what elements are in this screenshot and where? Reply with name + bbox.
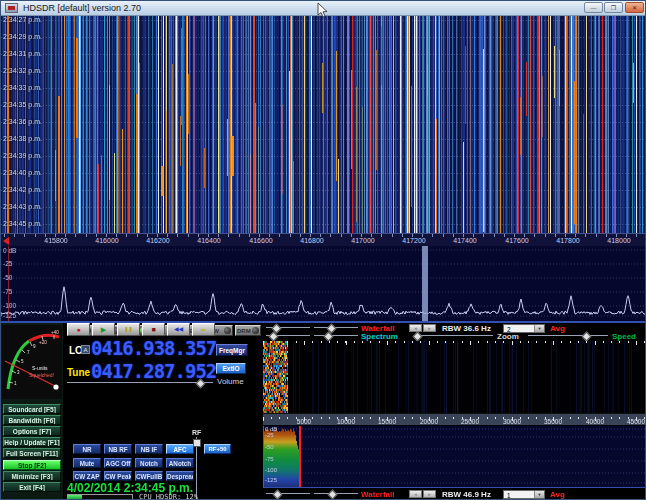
- smeter-tick: 9: [33, 344, 36, 349]
- minimize-button[interactable]: —: [584, 2, 603, 13]
- menu-bandwidth-button[interactable]: Bandwidth [F6]: [3, 415, 61, 425]
- rf-spectrum-display[interactable]: 0 dB -25 -50 -75 -100 -125: [1, 246, 646, 323]
- afc-button[interactable]: AFC: [166, 444, 194, 454]
- af-zoom-slider[interactable]: [415, 332, 493, 339]
- app-icon: [5, 3, 18, 13]
- stop-playback-button[interactable]: ■: [142, 323, 165, 336]
- mute-button[interactable]: Mute: [73, 458, 101, 468]
- rf-spectrum-canvas[interactable]: [1, 246, 646, 321]
- db-label: -50: [3, 274, 12, 281]
- volume-slider[interactable]: [67, 379, 213, 386]
- af-waterfall-contrast-slider[interactable]: [314, 324, 358, 331]
- af-db-label: -25: [265, 432, 274, 438]
- rf-waterfall-canvas[interactable]: [1, 16, 646, 233]
- af-nav-right-button[interactable]: ▸: [423, 324, 436, 332]
- hdsdr-window: HDSDR [default] version 2.70 — ❐ ✕ 2:34:…: [0, 0, 646, 500]
- af-spectrum-label: Spectrum: [361, 332, 398, 341]
- af-spectrum-range-slider[interactable]: [314, 332, 358, 339]
- af-scale-label: 35000: [544, 418, 562, 425]
- notch-button[interactable]: Notch: [135, 458, 163, 468]
- nb-rf-button[interactable]: NB RF: [104, 444, 132, 454]
- maximize-button[interactable]: ❐: [604, 2, 623, 13]
- time-label: 2:34:42 p.m.: [3, 186, 42, 193]
- freq-tick-label: 417800: [556, 237, 579, 244]
- menu-soundcard-button[interactable]: Soundcard [F5]: [3, 404, 61, 414]
- freq-tick-label: 416200: [146, 237, 169, 244]
- time-label: 2:34:33 p.m.: [3, 84, 42, 91]
- time-label: 2:34:32 p.m.: [3, 67, 42, 74]
- af-bottom-nav-right-button[interactable]: ▸: [423, 490, 436, 498]
- lo-frequency-value[interactable]: 0416.938.357: [91, 337, 216, 359]
- rewind-button[interactable]: ◀◀: [167, 323, 190, 336]
- extio-button[interactable]: ExtIO: [216, 363, 246, 374]
- loop-button[interactable]: ∞: [192, 323, 215, 336]
- smeter-tick: 7: [27, 350, 30, 355]
- af-scale-label: 40000: [586, 418, 604, 425]
- af-spectrum-canvas[interactable]: [263, 426, 646, 487]
- af-speed-slider[interactable]: [528, 332, 608, 339]
- left-menu-column: 1 3 5 7 9 +20 +40 S-units Squelched! Sou…: [1, 323, 63, 500]
- mode-button-drm[interactable]: DRM: [235, 325, 261, 336]
- af-waterfall-canvas[interactable]: [263, 341, 646, 413]
- menu-options-button[interactable]: Options [F7]: [3, 426, 61, 436]
- agc-off-button[interactable]: AGC Off: [104, 458, 132, 468]
- nr-button[interactable]: NR: [73, 444, 101, 454]
- cw-peak-button[interactable]: CW Peak: [104, 471, 132, 481]
- af-bottom-contrast-slider[interactable]: [314, 490, 358, 497]
- freq-tick-label: 416600: [249, 237, 272, 244]
- menu-minimize-button[interactable]: Minimize [F3]: [3, 471, 61, 481]
- time-label: 2:34:40 p.m.: [3, 169, 42, 176]
- af-avg-bottom-label: Avg: [550, 490, 565, 499]
- anotch-button[interactable]: ANotch: [166, 458, 194, 468]
- freq-tick-label: 416000: [95, 237, 118, 244]
- af-bottom-brightness-slider[interactable]: [266, 490, 310, 497]
- af-zoom-label: Zoom: [497, 332, 519, 341]
- db-label: -75: [3, 288, 12, 295]
- af-scale-label: 5000: [297, 418, 311, 425]
- pause-button[interactable]: ❚❚: [117, 323, 140, 336]
- menu-fullscreen-button[interactable]: Full Screen [F11]: [3, 448, 61, 458]
- despread-button[interactable]: Despread: [166, 471, 194, 481]
- af-spectrum-baseline: [263, 487, 646, 488]
- chevron-down-icon: ▼: [534, 325, 544, 332]
- af-avg-bottom-select[interactable]: 1▼: [503, 490, 545, 499]
- af-nav-left-button[interactable]: ◂: [409, 324, 422, 332]
- cpu-meter: [67, 494, 133, 500]
- rf-waterfall-display[interactable]: 2:34:27 p.m. 2:34:29 p.m. 2:34:31 p.m. 2…: [1, 16, 646, 233]
- freq-tick-label: 417200: [402, 237, 425, 244]
- menu-stop-button[interactable]: Stop [F2]: [3, 460, 61, 470]
- db-label: -125: [3, 312, 16, 319]
- cpu-meter-fill: [68, 495, 82, 499]
- time-label: 2:34:39 p.m.: [3, 152, 42, 159]
- af-scale-label: 15000: [378, 418, 396, 425]
- rf-gain-slider[interactable]: [193, 437, 200, 499]
- cw-zap-button[interactable]: CW ZAP: [73, 471, 101, 481]
- lo-marker-icon: [3, 237, 9, 245]
- smeter-tick: 5: [21, 359, 24, 364]
- db-label: 0 dB: [3, 247, 16, 254]
- tune-label: Tune: [67, 367, 90, 378]
- af-bottom-nav-left-button[interactable]: ◂: [409, 490, 422, 498]
- close-button[interactable]: ✕: [625, 2, 644, 13]
- freq-tick-label: 417400: [453, 237, 476, 244]
- time-label: 2:34:45 p.m.: [3, 220, 42, 227]
- freq-tick-label: 418000: [607, 237, 630, 244]
- rf-plus50-button[interactable]: RF+50: [204, 444, 231, 454]
- cw-fullbw-button[interactable]: CWFullBw: [135, 471, 163, 481]
- af-waterfall-brightness-slider[interactable]: [266, 324, 310, 331]
- time-label: 2:34:27 p.m.: [3, 16, 42, 23]
- menu-help-button[interactable]: Help / Update [F1]: [3, 437, 61, 447]
- af-spectrum-ref-slider[interactable]: [266, 332, 310, 339]
- lo-lock-button[interactable]: A: [81, 345, 90, 354]
- cpu-label: CPU HDSDR: 12%: [139, 493, 198, 500]
- smeter-units-label: S-units: [32, 365, 48, 371]
- time-label: 2:34:29 p.m.: [3, 33, 42, 40]
- af-scale-label: 25000: [461, 418, 479, 425]
- play-button[interactable]: ▶: [92, 323, 115, 336]
- record-button[interactable]: ●: [67, 323, 90, 336]
- menu-exit-button[interactable]: Exit [F4]: [3, 482, 61, 492]
- freqmgr-button[interactable]: FreqMgr: [216, 344, 248, 356]
- rf-frequency-scale[interactable]: 415800 416000 416200 416400 416600 41680…: [1, 233, 646, 246]
- rf-gain-label: RF: [192, 429, 201, 436]
- nb-if-button[interactable]: NB IF: [135, 444, 163, 454]
